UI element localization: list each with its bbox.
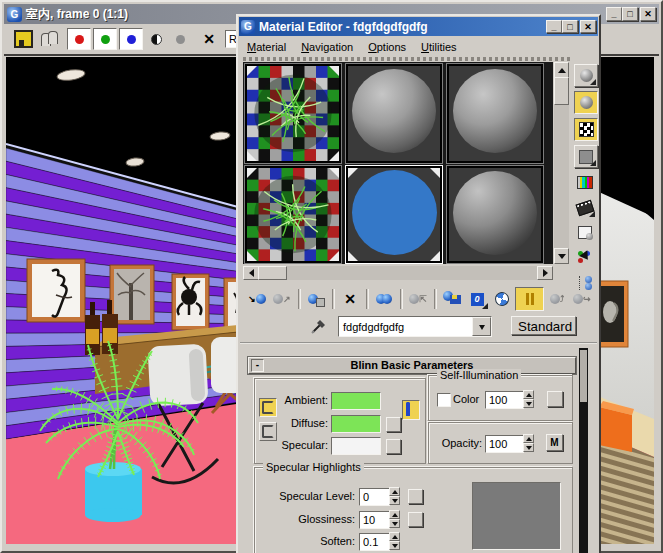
self-illumination-value-field[interactable] xyxy=(485,391,524,409)
go-forward-to-sibling-button[interactable]: ↪ xyxy=(570,288,594,310)
specular-map-button[interactable] xyxy=(386,439,401,454)
scroll-left-icon xyxy=(245,269,254,277)
make-preview-button[interactable] xyxy=(574,197,596,218)
sample-slot-3[interactable] xyxy=(446,63,544,164)
go-sibling-icon xyxy=(573,294,583,304)
save-bitmap-icon[interactable] xyxy=(14,30,33,48)
menu-navigation[interactable]: Navigation xyxy=(301,41,353,53)
params-scrollbar[interactable] xyxy=(579,348,588,553)
slot-vertical-scrollbar[interactable] xyxy=(554,62,569,264)
palette-drag-handle[interactable] xyxy=(243,57,573,61)
red-channel-toggle[interactable] xyxy=(67,28,91,50)
make-unique-icon xyxy=(409,294,419,304)
put-to-library-button[interactable] xyxy=(440,288,464,310)
minimize-button[interactable]: _ xyxy=(606,7,622,21)
lock-clamp-icon xyxy=(262,401,274,414)
soften-spinner[interactable] xyxy=(389,532,400,550)
glossiness-spinner[interactable] xyxy=(389,510,400,528)
diffuse-color-swatch[interactable] xyxy=(331,415,381,433)
sample-uv-tiling-button[interactable] xyxy=(574,145,598,168)
specular-level-label: Specular Level: xyxy=(265,490,355,502)
material-id-icon: 0 xyxy=(471,293,484,306)
scrollbar-thumb[interactable] xyxy=(258,266,287,280)
red-channel-icon xyxy=(75,35,84,44)
3dsmax-logo-icon: G xyxy=(7,7,22,22)
dropdown-arrow-icon xyxy=(479,325,485,333)
spinner-down-icon xyxy=(526,446,532,453)
self-illumination-map-button[interactable] xyxy=(547,391,563,407)
self-illumination-spinner[interactable] xyxy=(523,390,534,408)
ambient-diffuse-lock-button[interactable] xyxy=(402,400,420,420)
specular-level-field[interactable] xyxy=(359,488,390,506)
material-type-button[interactable]: Standard xyxy=(511,316,576,335)
assign-material-to-selection-button[interactable] xyxy=(304,288,328,310)
spinner-up-icon xyxy=(526,434,532,441)
opacity-value-field[interactable] xyxy=(485,435,524,453)
sample-type-icon xyxy=(580,69,593,82)
make-material-copy-button[interactable] xyxy=(372,288,396,310)
opacity-spinner[interactable] xyxy=(523,434,534,452)
maximize-button[interactable]: □ xyxy=(622,7,638,21)
go-to-parent-button[interactable]: ⤴ xyxy=(545,288,569,310)
menu-options[interactable]: Options xyxy=(368,41,406,53)
self-illumination-group: Self-Illumination Color xyxy=(428,375,573,421)
rollout-blinn-basic-parameters[interactable]: - Blinn Basic Parameters xyxy=(248,357,576,374)
clone-rendered-frame-icon[interactable] xyxy=(41,31,61,47)
options-button[interactable] xyxy=(574,222,596,243)
alpha-channel-icon xyxy=(151,34,162,45)
menu-material[interactable]: Material xyxy=(247,41,286,53)
show-end-result-button[interactable] xyxy=(515,287,544,311)
self-illumination-color-checkbox[interactable] xyxy=(437,393,451,407)
sample-type-button[interactable] xyxy=(574,64,598,87)
menu-utilities[interactable]: Utilities xyxy=(421,41,456,53)
glossiness-map-button[interactable] xyxy=(408,512,423,527)
lock-clamp-icon xyxy=(262,425,274,438)
basic-colors-group: Ambient: Diffuse: Specular: xyxy=(254,378,426,464)
close-button[interactable]: ✕ xyxy=(580,20,596,33)
diffuse-map-button[interactable] xyxy=(386,417,401,432)
blue-channel-toggle[interactable] xyxy=(119,28,143,50)
go-to-parent-icon xyxy=(550,294,560,304)
monochrome-toggle[interactable] xyxy=(169,29,191,49)
close-button[interactable]: ✕ xyxy=(640,7,656,21)
material-name-dropdown[interactable]: fdgfdgdfgdfg xyxy=(338,316,492,337)
material-editor-titlebar[interactable]: G Material Editor - fdgfdgdfgdfg _ □ ✕ xyxy=(239,17,598,36)
sample-slot-6[interactable] xyxy=(446,165,544,264)
put-material-to-scene-button[interactable]: ↗ xyxy=(270,288,294,310)
glossiness-field[interactable] xyxy=(359,511,390,529)
specular-color-swatch[interactable] xyxy=(331,437,381,455)
maximize-button[interactable]: □ xyxy=(562,20,578,33)
put-material-to-scene-icon xyxy=(273,294,283,304)
background-button[interactable] xyxy=(574,118,598,141)
rollout-collapse-button[interactable]: - xyxy=(251,359,264,372)
video-color-check-button[interactable] xyxy=(574,172,596,193)
specular-highlights-group: Specular Highlights Specular Level: Glos… xyxy=(254,467,573,553)
sample-slot-5-active[interactable] xyxy=(345,165,443,264)
minimize-button[interactable]: _ xyxy=(546,20,562,33)
blue-channel-icon xyxy=(127,35,136,44)
slot-horizontal-scrollbar[interactable] xyxy=(243,266,553,280)
alpha-channel-toggle[interactable] xyxy=(145,29,167,49)
make-unique-button[interactable]: ⇱ xyxy=(406,288,430,310)
sample-slot-2[interactable] xyxy=(345,63,443,164)
material-id-channel-button[interactable]: 0 xyxy=(465,288,489,310)
pick-material-eyedropper-icon[interactable] xyxy=(310,317,328,335)
ambient-color-swatch[interactable] xyxy=(331,392,381,410)
reset-map-button[interactable]: ✕ xyxy=(338,288,362,310)
soften-field[interactable] xyxy=(359,533,390,551)
opacity-map-button[interactable]: M xyxy=(546,434,563,451)
clear-button[interactable]: ✕ xyxy=(196,31,222,47)
scroll-right-icon xyxy=(543,269,552,277)
backlight-button[interactable] xyxy=(574,91,598,114)
params-scrollbar-thumb[interactable] xyxy=(580,350,587,402)
get-material-button[interactable]: ↘ xyxy=(245,288,269,310)
select-by-material-button[interactable] xyxy=(574,247,596,268)
desktop: G 室内, frame 0 (1:1) _ □ ✕ ✕ RGB xyxy=(0,0,663,553)
specular-level-spinner[interactable] xyxy=(389,487,400,505)
scrollbar-thumb[interactable] xyxy=(554,77,569,105)
show-map-in-viewport-button[interactable] xyxy=(490,288,514,310)
sample-slot-1[interactable] xyxy=(244,63,342,164)
sample-slot-4[interactable] xyxy=(244,165,342,264)
specular-level-map-button[interactable] xyxy=(408,489,423,504)
green-channel-toggle[interactable] xyxy=(93,28,117,50)
